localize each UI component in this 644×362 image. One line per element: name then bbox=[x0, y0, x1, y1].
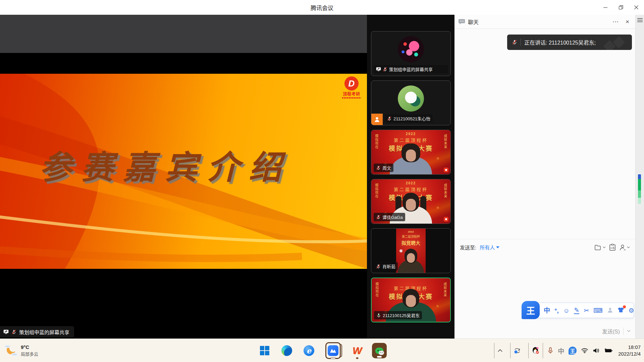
tray-overflow-button[interactable] bbox=[494, 343, 506, 358]
wechat-icon bbox=[372, 343, 387, 358]
participant-name-pill: 2112100521朱心怡 bbox=[385, 114, 433, 123]
side-rail bbox=[635, 15, 644, 339]
volume-button[interactable] bbox=[593, 348, 599, 354]
announcement-icon-text: 公告 bbox=[610, 246, 615, 249]
tray-ime-logo[interactable]: 王 bbox=[569, 347, 577, 355]
announcement-icon: 公告 bbox=[609, 244, 616, 251]
participant-tile-share[interactable]: 策划组申蓝的屏幕共享 bbox=[371, 31, 451, 76]
taskbar-clock[interactable]: 18:07 2022/12/4 bbox=[617, 344, 641, 358]
participant-name: 2112100521朱心怡 bbox=[393, 115, 430, 122]
chat-more-button[interactable]: ⋯ bbox=[610, 18, 621, 25]
chat-folder-button[interactable] bbox=[594, 244, 606, 250]
clock-date: 2022/12/4 bbox=[618, 351, 641, 357]
send-row: 发送(S) bbox=[602, 323, 631, 339]
participant-tile-xiaoxinru[interactable]: 2022 第二届顶程杯 拟竞聘大 肖昕茹 bbox=[371, 228, 451, 273]
ime-punctuation-toggle[interactable]: °, bbox=[554, 307, 559, 314]
handwriting-pen-icon[interactable]: ✎ bbox=[574, 307, 579, 314]
send-options-chevron[interactable] bbox=[627, 330, 631, 332]
chat-close-button[interactable]: × bbox=[624, 18, 631, 25]
member-list-button[interactable] bbox=[619, 244, 630, 251]
tencent-meeting-icon bbox=[328, 345, 338, 356]
dingcheng-logo-name: 顶程考研 bbox=[341, 91, 362, 97]
ime-settings-gear-icon[interactable]: ⚙ bbox=[629, 307, 634, 314]
tencent-meeting-app-button[interactable] bbox=[324, 342, 342, 359]
caret-down-icon bbox=[496, 246, 499, 248]
participant-tile-tanjia[interactable]: 2022 第二届顶程杯 模拟竞聘大赛 模拟现在 成就未来 谭佳GaGa bbox=[371, 179, 451, 224]
start-button[interactable] bbox=[257, 342, 272, 359]
e-browser-button[interactable]: e bbox=[302, 342, 316, 359]
clock-time: 18:07 bbox=[618, 344, 641, 351]
mic-muted-icon bbox=[376, 264, 381, 269]
qq-penguin-icon bbox=[532, 347, 540, 355]
ime-logo-icon[interactable]: 王 bbox=[522, 301, 540, 319]
person-icon bbox=[619, 244, 626, 251]
contest-bg-left-text: 模拟现在 bbox=[374, 183, 379, 198]
weather-widget[interactable]: 9°C 局部多云 bbox=[5, 339, 38, 362]
wps-icon: W bbox=[353, 346, 362, 356]
wifi-icon bbox=[581, 348, 588, 353]
participant-tile-zhuxinyi[interactable]: 2112100521朱心怡 bbox=[371, 80, 451, 125]
contest-bg-right-text: 成就未来 bbox=[442, 282, 447, 297]
narrow-video-strip: 2022 第二届顶程杯 拟竞聘大 bbox=[396, 229, 426, 273]
e-browser-icon: e bbox=[304, 345, 314, 356]
system-tray: 中 王 bbox=[494, 339, 641, 362]
contest-bg-year: 2022 bbox=[371, 132, 450, 136]
virtual-keyboard-icon[interactable]: ⌨ bbox=[593, 307, 602, 314]
emoji-icon[interactable]: ☺ bbox=[563, 307, 570, 314]
window-titlebar: 腾讯会议 bbox=[0, 0, 644, 15]
shared-slide: D 顶程考研 参赛嘉宾介绍 bbox=[0, 74, 367, 269]
send-divider bbox=[623, 327, 624, 335]
notification-dot bbox=[623, 305, 626, 308]
send-to-label: 发送至: bbox=[460, 244, 476, 251]
toast-divider bbox=[521, 39, 521, 46]
windows-taskbar: 9°C 局部多云 e W bbox=[0, 339, 644, 362]
tray-mic-button[interactable] bbox=[547, 347, 553, 354]
mic-muted-icon bbox=[383, 67, 387, 72]
edge-browser-button[interactable] bbox=[279, 342, 294, 359]
ime-account-icon[interactable] bbox=[607, 307, 613, 314]
tray-sync-button[interactable] bbox=[510, 343, 524, 358]
running-indicator bbox=[377, 356, 382, 358]
send-to-row: 发送至: 所有人 公告 bbox=[454, 239, 635, 255]
participant-name-pill: 谭佳GaGa bbox=[374, 213, 405, 221]
participant-name-pill: 策划组申蓝的屏幕共享 bbox=[374, 65, 448, 73]
wifi-button[interactable] bbox=[581, 348, 588, 353]
close-icon bbox=[634, 5, 639, 10]
dingcheng-logo-subline bbox=[342, 97, 361, 99]
windows-logo-icon bbox=[260, 346, 269, 355]
contest-bg-left-text: 模拟现在 bbox=[374, 134, 379, 149]
mic-muted-icon bbox=[376, 166, 381, 170]
screen-share-stage[interactable]: D 顶程考研 参赛嘉宾介绍 策划组申蓝的屏幕共享 bbox=[0, 15, 367, 339]
wechat-button[interactable] bbox=[372, 342, 387, 359]
taskbar-apps: e W bbox=[257, 339, 387, 362]
battery-button[interactable] bbox=[604, 348, 612, 353]
announcement-button[interactable]: 公告 bbox=[609, 244, 616, 251]
send-button[interactable]: 发送(S) bbox=[602, 327, 620, 335]
participant-name: 2112100125吴君东 bbox=[383, 312, 420, 318]
participant-name: 谭佳GaGa bbox=[382, 214, 403, 220]
restore-button[interactable] bbox=[613, 0, 629, 15]
minimize-button[interactable] bbox=[598, 0, 613, 15]
participant-name-pill: 2112100125吴君东 bbox=[374, 311, 422, 319]
screenshot-scissors-icon[interactable]: ✂ bbox=[584, 307, 589, 314]
participant-name: 周文 bbox=[382, 165, 391, 171]
mic-muted-icon bbox=[376, 215, 381, 220]
rail-menu-button[interactable] bbox=[637, 18, 643, 22]
weather-desc: 局部多云 bbox=[21, 351, 38, 357]
participant-tile-zhouwen[interactable]: 2022 第二届顶程杯 模拟竞聘大赛 模拟现在 成就未来 周文 bbox=[371, 130, 451, 175]
avatar bbox=[398, 36, 424, 62]
tray-qq-button[interactable] bbox=[528, 343, 543, 358]
participant-tile-wujundong[interactable]: 第二届顶程杯 模拟竞聘大赛 模拟现在 成就未来 2112100125吴君东 bbox=[371, 278, 451, 322]
window-title: 腾讯会议 bbox=[311, 3, 333, 12]
wps-office-button[interactable]: W bbox=[350, 342, 365, 359]
tray-ime-mode-indicator[interactable]: 中 bbox=[558, 346, 564, 355]
speaking-toast-text: 正在讲话: 2112100125吴君东; bbox=[524, 38, 596, 46]
microphone-icon bbox=[547, 347, 553, 354]
weather-temp: 9°C bbox=[21, 344, 38, 350]
send-to-selector[interactable]: 所有人 bbox=[480, 244, 499, 251]
ime-language-mode[interactable]: 中 bbox=[544, 307, 550, 314]
ime-skin-icon[interactable] bbox=[618, 307, 624, 314]
close-button[interactable] bbox=[629, 0, 644, 15]
chevron-down-icon bbox=[603, 246, 606, 248]
participant-name: 肖昕茹 bbox=[382, 263, 395, 269]
